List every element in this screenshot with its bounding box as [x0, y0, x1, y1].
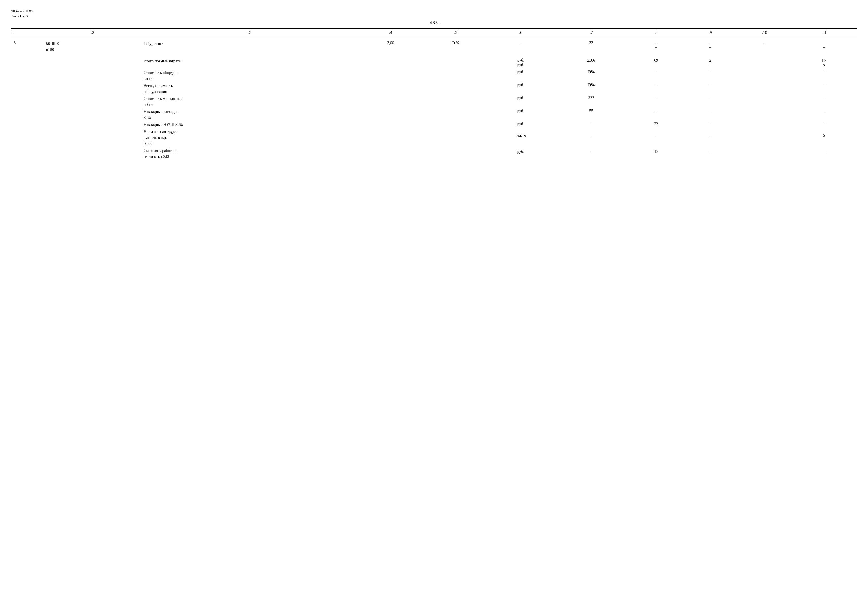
- empty: [44, 69, 141, 82]
- empty: [423, 69, 488, 82]
- desc-stoimost-obor: Стоимость оборудо-вания: [141, 69, 358, 82]
- header-row: I :2 :3 :4 :5 :6 :7 :8 :9 :10 :II: [11, 29, 857, 37]
- col-header-6: :6: [488, 29, 553, 37]
- sub-row-5: Накладные расходы80% руб. 55 – – –: [11, 108, 857, 121]
- empty: [358, 121, 423, 128]
- itogo-col9: 2–: [683, 58, 737, 69]
- empty: руб.руб.: [488, 58, 553, 69]
- montazh-col11: –: [792, 95, 857, 108]
- main-table: I :2 :3 :4 :5 :6 :7 :8 :9 :10 :II 6 56–0…: [11, 28, 857, 160]
- obor-col7: I984: [553, 69, 629, 82]
- empty: [358, 69, 423, 82]
- header-section: 903–I– 260.88 Ал. 21 ч. 3 – 465 –: [11, 9, 857, 26]
- nakl32-col8: 22: [629, 121, 683, 128]
- col-header-5: :5: [423, 29, 488, 37]
- empty: [358, 95, 423, 108]
- desc-smetnaya: Сметная заработнаяплата в н.р.0,I8: [141, 147, 358, 160]
- empty: [44, 82, 141, 95]
- sub-row-2: Стоимость оборудо-вания руб. I984 – – –: [11, 69, 857, 82]
- empty: [423, 58, 488, 69]
- sub-row-6: Накладные НУЧП 32% руб. – 22 – –: [11, 121, 857, 128]
- montazh-col10: [737, 95, 792, 108]
- empty: [423, 95, 488, 108]
- unit-7: чел.–ч: [488, 128, 553, 147]
- nakl80-col11: –: [792, 108, 857, 121]
- obor-col9: –: [683, 69, 737, 82]
- row-col9: ––: [683, 37, 737, 55]
- empty: [423, 121, 488, 128]
- spacer-row: [11, 55, 857, 58]
- empty: [44, 95, 141, 108]
- norm-col9: –: [683, 128, 737, 147]
- empty: [423, 108, 488, 121]
- empty: [358, 58, 423, 69]
- nakl32-col7: –: [553, 121, 629, 128]
- row-col11: –––: [792, 37, 857, 55]
- empty: [423, 147, 488, 160]
- vsego-col8: –: [629, 82, 683, 95]
- empty: [44, 147, 141, 160]
- row-number: 6: [11, 37, 44, 55]
- unit-6: руб.: [488, 121, 553, 128]
- row-col6: –: [488, 37, 553, 55]
- nakl32-col10: [737, 121, 792, 128]
- smeta-col11: –: [792, 147, 857, 160]
- unit-5: руб.: [488, 108, 553, 121]
- doc-number: 903–I– 260.88: [11, 9, 857, 14]
- row-col4: 3,00: [358, 37, 423, 55]
- empty: [423, 82, 488, 95]
- norm-col10: [737, 128, 792, 147]
- empty: [358, 108, 423, 121]
- vsego-col11: –: [792, 82, 857, 95]
- col-header-4: :4: [358, 29, 423, 37]
- col-header-11: :II: [792, 29, 857, 37]
- smeta-col9: –: [683, 147, 737, 160]
- itogo-col8: 69: [629, 58, 683, 69]
- empty: [44, 128, 141, 147]
- empty: [11, 147, 44, 160]
- nakl32-col11: –: [792, 121, 857, 128]
- nakl80-col9: –: [683, 108, 737, 121]
- sheet-info: Ал. 21 ч. 3: [11, 14, 857, 19]
- montazh-col8: –: [629, 95, 683, 108]
- vsego-col10: [737, 82, 792, 95]
- col-header-9: :9: [683, 29, 737, 37]
- nakl80-col7: 55: [553, 108, 629, 121]
- unit-4: руб.: [488, 95, 553, 108]
- empty: [423, 128, 488, 147]
- col-header-8: :8: [629, 29, 683, 37]
- empty: [358, 82, 423, 95]
- row-col5: I0,92: [423, 37, 488, 55]
- norm-col8: –: [629, 128, 683, 147]
- empty: [11, 128, 44, 147]
- row-col7: 33: [553, 37, 629, 55]
- table-row-main: 6 56–0I–0I п180 Табурет шт 3,00 I0,92 – …: [11, 37, 857, 55]
- empty: [11, 108, 44, 121]
- empty: [44, 108, 141, 121]
- sub-row-1: Итого прямые затраты руб.руб. 2306 69 2–…: [11, 58, 857, 69]
- sub-row-7: Нормативная трудо-емкость в н.р.0,092 че…: [11, 128, 857, 147]
- montazh-col7: 322: [553, 95, 629, 108]
- col-header-3: :3: [141, 29, 358, 37]
- norm-col11: 5: [792, 128, 857, 147]
- itogo-col7: 2306: [553, 58, 629, 69]
- col-header-2: :2: [44, 29, 141, 37]
- col-header-7: :7: [553, 29, 629, 37]
- unit-2: руб.: [488, 69, 553, 82]
- row-col8: ––: [629, 37, 683, 55]
- smeta-col10: [737, 147, 792, 160]
- row-code: 56–0I–0I п180: [44, 37, 141, 55]
- nakl80-col8: –: [629, 108, 683, 121]
- row-description: Табурет шт: [141, 37, 358, 55]
- empty: [44, 121, 141, 128]
- desc-nakladnye-32: Накладные НУЧП 32%: [141, 121, 358, 128]
- page-number: – 465 –: [11, 20, 857, 26]
- empty: [11, 58, 44, 69]
- desc-itogo: Итого прямые затраты: [141, 58, 358, 69]
- nakl80-col10: [737, 108, 792, 121]
- smeta-col7: –: [553, 147, 629, 160]
- row-col10: –: [737, 37, 792, 55]
- empty: [11, 95, 44, 108]
- sub-row-4: Стоимость монтажныхработ руб. 322 – – –: [11, 95, 857, 108]
- empty: [358, 147, 423, 160]
